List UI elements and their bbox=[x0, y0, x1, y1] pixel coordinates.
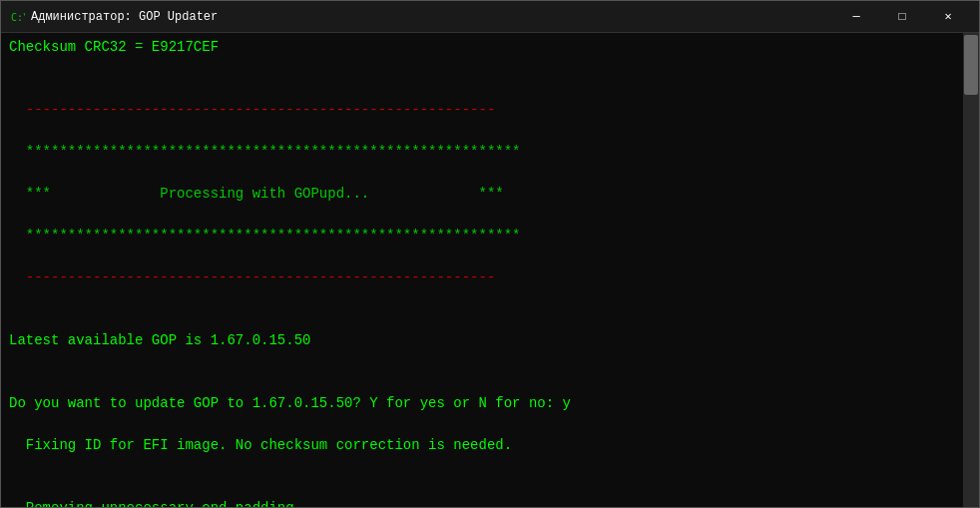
scrollbar[interactable] bbox=[963, 33, 979, 507]
titlebar: C:\ Администратор: GOP Updater — □ ✕ bbox=[1, 1, 979, 33]
terminal-line-stars-bot: ****************************************… bbox=[9, 226, 955, 247]
terminal-line-stars-top: ****************************************… bbox=[9, 142, 955, 163]
terminal-line-removing: Removing unnecessary end padding. bbox=[9, 498, 955, 507]
maximize-button[interactable]: □ bbox=[879, 1, 925, 33]
window-title: Администратор: GOP Updater bbox=[31, 10, 833, 24]
svg-text:C:\: C:\ bbox=[11, 12, 25, 23]
terminal-line-update-q: Do you want to update GOP to 1.67.0.15.5… bbox=[9, 393, 955, 414]
cmd-icon: C:\ bbox=[9, 9, 25, 25]
terminal-line-checksum: Checksum CRC32 = E9217CEF bbox=[9, 37, 955, 58]
terminal-line-fixing-id: Fixing ID for EFI image. No checksum cor… bbox=[9, 435, 955, 456]
scrollbar-thumb[interactable] bbox=[964, 35, 978, 95]
terminal-output: Checksum CRC32 = E9217CEF --------------… bbox=[1, 33, 963, 507]
window-controls: — □ ✕ bbox=[833, 1, 971, 33]
close-button[interactable]: ✕ bbox=[925, 1, 971, 33]
terminal-line-sep-red-1: ----------------------------------------… bbox=[9, 100, 955, 121]
minimize-button[interactable]: — bbox=[833, 1, 879, 33]
window: C:\ Администратор: GOP Updater — □ ✕ Che… bbox=[0, 0, 980, 508]
terminal-line-latest-gop: Latest available GOP is 1.67.0.15.50 bbox=[9, 330, 955, 351]
terminal-line-processing: *** Processing with GOPupd... *** bbox=[9, 184, 955, 205]
terminal-line-sep-red-2: ----------------------------------------… bbox=[9, 267, 955, 288]
content-area: Checksum CRC32 = E9217CEF --------------… bbox=[1, 33, 979, 507]
